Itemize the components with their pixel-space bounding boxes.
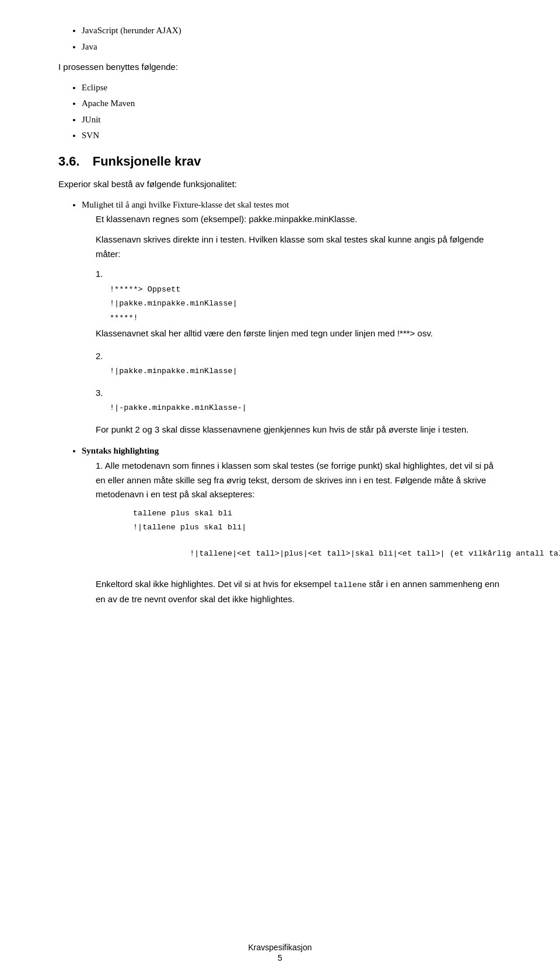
fixture-sub-content: Et klassenavn regnes som (eksempel): pak… <box>96 212 502 437</box>
punkt-2-3-note: For punkt 2 og 3 skal disse klassenavnen… <box>96 423 502 437</box>
code-block-1a: !*****> Oppsett <box>110 284 502 296</box>
section-intro-text: Experior skal bestå av følgende funksjon… <box>58 177 502 192</box>
syntax-code-block: tallene plus skal bli !|tallene plus ska… <box>119 508 502 571</box>
tools-bullet-list: Eclipse Apache Maven JUnit SVN <box>82 80 502 143</box>
fixture-bullet-text: Mulighet til å angi hvilke Fixture-klass… <box>82 200 289 209</box>
page: JavaScript (herunder AJAX) Java I proses… <box>0 0 560 980</box>
list-item: Eclipse <box>82 80 502 96</box>
num-label-2: 2. <box>96 351 103 361</box>
page-footer: Kravspesifikasjon 5 <box>0 943 560 963</box>
num-label-3: 3. <box>96 388 103 398</box>
syntax-note: Enkeltord skal ikke highlightes. Det vil… <box>96 577 502 606</box>
list-item: JUnit <box>82 113 502 128</box>
list-item: Apache Maven <box>82 96 502 111</box>
fixture-bullet-item: Mulighet til å angi hvilke Fixture-klass… <box>82 198 502 437</box>
syntax-heading: Syntaks highlighting <box>82 446 159 455</box>
num-label-1: 1. <box>96 269 103 279</box>
footer-title: Kravspesifikasjon <box>0 943 560 952</box>
syntax-note-1: Enkeltord skal ikke highlightes. Det vil… <box>96 579 334 589</box>
code-block-1c: *****! <box>110 312 502 324</box>
list-item: JavaScript (herunder AJAX) <box>82 23 502 38</box>
list-item: Java <box>82 40 502 55</box>
fixture-detail-2: Klassenavn skrives direkte inn i testen.… <box>96 233 502 262</box>
syntax-code-1: tallene plus skal bli <box>133 508 502 519</box>
syntax-code-3: !|tallene|<et tall>|plus|<et tall>|skal … <box>133 536 502 572</box>
top-bullet-list: JavaScript (herunder AJAX) Java <box>82 23 502 54</box>
syntax-point-1: 1. Alle metodenavn som finnes i klassen … <box>96 459 502 502</box>
syntax-point-1-label: 1. <box>96 461 103 470</box>
list-item: SVN <box>82 128 502 143</box>
fixture-bullet-list: Mulighet til å angi hvilke Fixture-klass… <box>82 198 502 607</box>
numbered-item-2: 2. !|pakke.minpakke.minKlasse| <box>96 349 502 378</box>
syntax-sub-content: 1. Alle metodenavn som finnes i klassen … <box>96 459 502 607</box>
numbered-item-3: 3. !|-pakke.minpakke.minKlasse-| <box>96 386 502 415</box>
syntax-code-2: !|tallene plus skal bli| <box>133 522 502 533</box>
syntax-point-1-text: Alle metodenavn som finnes i klassen som… <box>96 461 494 500</box>
numbered-item-1-text: Klassenavnet skal her alltid være den fø… <box>96 328 433 338</box>
code-block-2a: !|pakke.minpakke.minKlasse| <box>110 366 502 377</box>
syntax-note-inline: tallene <box>334 581 367 589</box>
code-block-1b: !|pakke.minpakke.minKlasse| <box>110 298 502 310</box>
numbered-list: 1. !*****> Oppsett !|pakke.minpakke.minK… <box>96 267 502 414</box>
footer-page: 5 <box>0 953 560 963</box>
fixture-detail-1: Et klassenavn regnes som (eksempel): pak… <box>96 212 502 227</box>
code-block-3a: !|-pakke.minpakke.minKlasse-| <box>110 402 502 414</box>
intro-prosess: I prosessen benyttes følgende: <box>58 60 502 75</box>
syntax-bullet-item: Syntaks highlighting 1. Alle metodenavn … <box>82 444 502 606</box>
numbered-item-1: 1. !*****> Oppsett !|pakke.minpakke.minK… <box>96 267 502 340</box>
section-heading: 3.6. Funksjonelle krav <box>58 154 502 169</box>
